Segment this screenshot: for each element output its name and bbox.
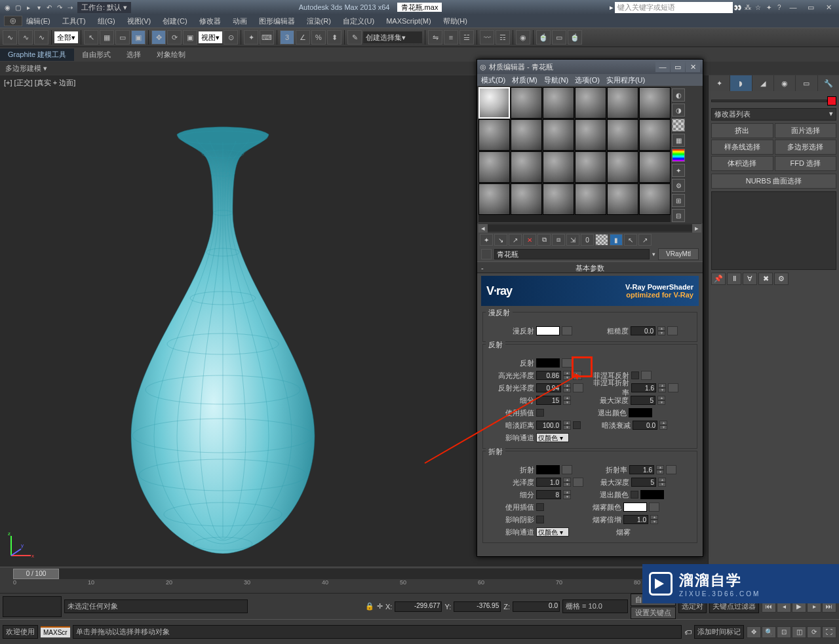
ribbon-tab-paint[interactable]: 对象绘制 xyxy=(149,48,193,61)
named-sel-sets[interactable]: 创建选择集 ▾ xyxy=(363,31,422,43)
show-map-icon[interactable] xyxy=(595,234,608,246)
dim-fall-value[interactable]: 0.0 xyxy=(633,421,657,430)
lock-icon[interactable]: 🔒 xyxy=(365,602,374,611)
mod-btn-ffdsel[interactable]: FFD 选择 xyxy=(775,156,837,171)
render-icon[interactable]: 🍵 xyxy=(568,30,582,45)
matid-icon[interactable]: 0 xyxy=(581,234,594,246)
matmenu-options[interactable]: 选项(O) xyxy=(575,75,600,85)
object-name-field[interactable] xyxy=(711,100,827,102)
material-slot-4[interactable] xyxy=(575,87,606,119)
stack-remove-icon[interactable]: ✖ xyxy=(758,273,773,285)
refl-maxdepth-value[interactable]: 5 xyxy=(631,396,655,405)
coord-z-value[interactable]: 0.0 xyxy=(513,601,560,612)
refract-gloss-spinner[interactable]: ▴▾ xyxy=(563,478,571,487)
redo-icon[interactable]: ↷ xyxy=(55,3,64,12)
viewnav-max-icon[interactable]: ⛶ xyxy=(822,626,836,638)
material-slot[interactable] xyxy=(478,151,510,183)
window-crossing-icon[interactable]: ▣ xyxy=(131,30,146,45)
menu-animation[interactable]: 动画 xyxy=(233,16,247,26)
viewnav-zoomext-icon[interactable]: ⊡ xyxy=(777,626,791,638)
coord-x-value[interactable]: -299.677 xyxy=(395,601,442,612)
menu-help[interactable]: 帮助(H) xyxy=(443,16,467,26)
refract-ior-map-button[interactable] xyxy=(666,465,676,474)
percent-snap-icon[interactable]: % xyxy=(311,30,326,45)
ribbon-tab-freeform[interactable]: 自由形式 xyxy=(74,48,119,61)
selection-filter[interactable]: 全部 ▾ xyxy=(54,31,78,43)
save-icon[interactable]: ▾ xyxy=(34,3,43,12)
mod-btn-nurbs[interactable]: NURBS 曲面选择 xyxy=(711,174,836,189)
sample-uv-icon[interactable]: ▦ xyxy=(672,134,685,147)
fresnel-lock-button[interactable] xyxy=(641,371,652,380)
keyboard-icon[interactable]: ⌨ xyxy=(260,30,274,45)
minimize-button[interactable]: — xyxy=(785,3,801,11)
material-slot[interactable] xyxy=(478,119,510,151)
pivot-icon[interactable]: ⊙ xyxy=(224,30,238,45)
sample-type-icon[interactable]: ◐ xyxy=(672,88,685,102)
diffuse-map-button[interactable] xyxy=(562,326,572,335)
menu-grapheditors[interactable]: 图形编辑器 xyxy=(259,16,295,26)
object-color-swatch[interactable] xyxy=(827,96,836,105)
refract-subdiv-value[interactable]: 8 xyxy=(536,490,561,499)
tab-create-icon[interactable]: ✦ xyxy=(709,75,730,91)
material-slot[interactable] xyxy=(607,119,638,151)
refract-maxdepth-spinner[interactable]: ▴▾ xyxy=(658,478,666,487)
menu-edit[interactable]: 编辑(E) xyxy=(26,16,50,26)
workspace-selector[interactable]: 工作台: 默认 ▾ xyxy=(77,2,131,13)
tab-motion-icon[interactable]: ◉ xyxy=(774,75,795,91)
ribbon-subbar[interactable]: 多边形建模 ▾ xyxy=(0,62,839,75)
roughness-map-button[interactable] xyxy=(667,326,678,335)
menu-group[interactable]: 组(G) xyxy=(98,16,115,26)
matwin-maximize[interactable]: ▭ xyxy=(671,62,685,72)
material-slot[interactable] xyxy=(511,183,542,215)
refract-maxdepth-value[interactable]: 5 xyxy=(631,478,656,487)
snap-toggle-icon[interactable]: 3 xyxy=(280,30,294,45)
help-d-icon[interactable]: ? xyxy=(775,3,784,12)
roughness-spinner[interactable]: ▴▾ xyxy=(657,326,665,335)
refl-maxdepth-spinner[interactable]: ▴▾ xyxy=(657,396,665,405)
refract-gloss-value[interactable]: 1.0 xyxy=(536,478,561,487)
fresnel-ior-value[interactable]: 1.6 xyxy=(631,383,656,392)
coord-y-value[interactable]: -376.95 xyxy=(454,601,501,612)
refract-ior-value[interactable]: 1.6 xyxy=(629,465,654,474)
tab-hierarchy-icon[interactable]: ◢ xyxy=(752,75,773,91)
matmenu-util[interactable]: 实用程序(U) xyxy=(606,75,645,85)
add-time-tag[interactable]: 添加时间标记 xyxy=(694,625,744,639)
mirror-icon[interactable]: ⇋ xyxy=(428,30,442,45)
modifier-list-dropdown[interactable]: 修改器列表 ▾ xyxy=(711,108,836,121)
menu-tools[interactable]: 工具(T) xyxy=(62,16,86,26)
matmenu-material[interactable]: 材质(M) xyxy=(512,75,537,85)
fresnel-ior-map-button[interactable] xyxy=(668,383,678,392)
scale-icon[interactable]: ▣ xyxy=(183,30,197,45)
refract-ior-spinner[interactable]: ▴▾ xyxy=(656,465,664,474)
refract-color-swatch[interactable] xyxy=(536,465,560,474)
spinner-snap-icon[interactable]: ⬍ xyxy=(327,30,341,45)
refract-affect-dropdown[interactable]: 仅颜色 ▾ xyxy=(536,527,569,537)
material-slot-2[interactable] xyxy=(511,87,542,119)
select-by-mat-icon[interactable]: ⊞ xyxy=(672,194,685,207)
menu-create[interactable]: 创建(C) xyxy=(163,16,187,26)
dim-dist-spinner[interactable]: ▴▾ xyxy=(563,421,571,430)
set-key-button[interactable]: 设置关键点 xyxy=(631,607,676,619)
make-copy-icon[interactable]: ⧉ xyxy=(537,234,551,246)
close-button[interactable]: ✕ xyxy=(821,3,836,12)
material-slot-6[interactable] xyxy=(639,87,671,119)
crosshair-icon[interactable]: ✛ xyxy=(377,602,383,611)
tab-modify-icon[interactable]: ◗ xyxy=(730,75,751,91)
refl-affect-dropdown[interactable]: 仅颜色 ▾ xyxy=(536,433,569,442)
material-slot[interactable] xyxy=(639,183,671,215)
pick-material-icon[interactable] xyxy=(481,249,492,259)
dim-dist-value[interactable]: 100.0 xyxy=(536,421,561,430)
menu-view[interactable]: 视图(V) xyxy=(127,16,151,26)
refract-gloss-map-button[interactable] xyxy=(573,478,583,487)
tag-icon[interactable]: 🏷 xyxy=(684,628,692,636)
material-slot[interactable] xyxy=(478,183,510,215)
new-icon[interactable]: ▢ xyxy=(13,3,22,12)
material-slot-1[interactable] xyxy=(478,87,510,119)
select-rect-icon[interactable]: ▭ xyxy=(115,30,130,45)
backlight-icon[interactable]: ◑ xyxy=(672,104,685,117)
app-menu-icon[interactable]: ◎ xyxy=(4,16,22,26)
binoculars-icon[interactable]: 👀 xyxy=(733,3,742,12)
go-parent-icon[interactable]: ↖ xyxy=(624,234,637,246)
material-editor-icon[interactable]: ◉ xyxy=(516,30,530,45)
manip-icon[interactable]: ✦ xyxy=(244,30,258,45)
